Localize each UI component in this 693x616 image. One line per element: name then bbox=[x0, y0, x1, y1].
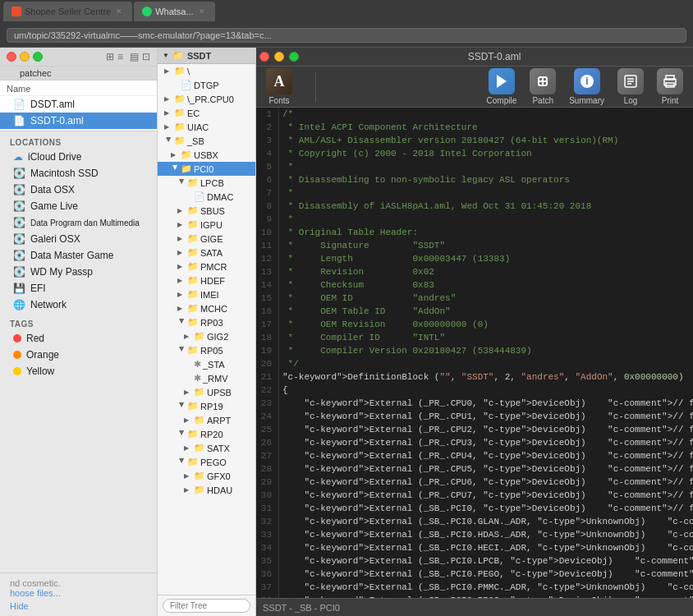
tree-item-gfx0[interactable]: ▶ 📁 GFX0 bbox=[158, 469, 255, 483]
file-dsdt-label: DSDT.aml bbox=[30, 99, 75, 110]
code-line: * Disassembly of iASLH8pA1.aml, Wed Oct … bbox=[282, 200, 690, 213]
tree-item-igpu[interactable]: ▶ 📁 IGPU bbox=[158, 218, 255, 232]
tree-item-dmac[interactable]: 📄 DMAC bbox=[158, 190, 255, 204]
editor-container: SSDT-0.aml A Fonts bbox=[256, 48, 693, 616]
tree-item-rp05[interactable]: ▶ 📁 RP05 bbox=[158, 343, 255, 357]
tree-item-backslash[interactable]: ▶ 📁 \ bbox=[158, 64, 255, 78]
patch-svg bbox=[535, 73, 551, 90]
gig2-icon: 📁 bbox=[194, 331, 205, 342]
tree-item-prcpu0[interactable]: ▶ 📁 \_PR.CPU0 bbox=[158, 92, 255, 106]
finder-close-btn[interactable] bbox=[7, 52, 16, 62]
file-dsdt[interactable]: 📄 DSDT.aml bbox=[0, 96, 157, 113]
tree-item-sbus[interactable]: ▶ 📁 SBUS bbox=[158, 204, 255, 218]
summary-label: Summary bbox=[569, 96, 604, 105]
code-line: * bbox=[282, 160, 690, 173]
tree-item-pci0[interactable]: ▶ 📁 PCI0 bbox=[158, 162, 255, 176]
tab-shopee-label: Shopee Seller Centre bbox=[25, 7, 111, 16]
tree-item-satx[interactable]: ▶ 📁 SATX bbox=[158, 441, 255, 455]
hdef-icon: 📁 bbox=[187, 275, 199, 286]
code-editor[interactable]: 1234567891011121314151617181920212223242… bbox=[256, 108, 693, 598]
view-icon-columns[interactable]: ▤ bbox=[130, 51, 139, 62]
finder-maximize-btn[interactable] bbox=[33, 52, 43, 62]
dmac-icon: 📄 bbox=[194, 191, 205, 202]
view-icon-gallery[interactable]: ⊡ bbox=[142, 51, 150, 62]
gamelive-label: Game Live bbox=[30, 200, 78, 212]
compile-label: Compile bbox=[487, 96, 517, 105]
compile-btn[interactable]: Compile bbox=[487, 68, 517, 105]
code-line: * Signature "SSDT" bbox=[282, 239, 690, 252]
tree-item-rp19[interactable]: ▶ 📁 RP19 bbox=[158, 399, 255, 413]
tree-item-dtgp[interactable]: 📄 DTGP bbox=[158, 78, 255, 92]
tree-item-imei[interactable]: ▶ 📁 IMEI bbox=[158, 287, 255, 301]
tree-item-hdef[interactable]: ▶ 📁 HDEF bbox=[158, 274, 255, 287]
efi-label: EFI bbox=[30, 283, 46, 294]
arpt-icon: 📁 bbox=[194, 415, 205, 425]
tree-item-usbx[interactable]: ▶ 📁 USBX bbox=[158, 148, 255, 162]
tree-root-arrow: ▼ bbox=[163, 52, 169, 59]
file-ssdt0[interactable]: 📄 SSDT-0.aml bbox=[0, 113, 157, 129]
tree-item-sta[interactable]: ✱ _STA bbox=[158, 357, 255, 371]
tree-item-rmv[interactable]: ✱ _RMV bbox=[158, 371, 255, 385]
tree-item-pmcr[interactable]: ▶ 📁 PMCR bbox=[158, 260, 255, 274]
icloud-icon: ☁ bbox=[13, 151, 23, 163]
sidebar-item-dataprogram[interactable]: 💽 Data Program dan Multimedia bbox=[0, 214, 157, 231]
sidebar-item-network[interactable]: 🌐 Network bbox=[0, 297, 157, 313]
acpi-title: SSDT-0.aml bbox=[299, 51, 690, 62]
sidebar-item-wd[interactable]: 💽 WD My Passp bbox=[0, 264, 157, 280]
tree-item-lpcb[interactable]: ▶ 📁 LPCB bbox=[158, 176, 255, 190]
tree-item-hdau[interactable]: ▶ 📁 HDAU bbox=[158, 483, 255, 497]
tree-item-pego[interactable]: ▶ 📁 PEGO bbox=[158, 455, 255, 469]
dataprogram-icon: 💽 bbox=[13, 217, 25, 228]
sidebar-item-icloud[interactable]: ☁ iCloud Drive bbox=[0, 149, 157, 165]
acpi-close-btn[interactable] bbox=[259, 52, 269, 62]
sidebar-item-efi[interactable]: 💾 EFI bbox=[0, 280, 157, 297]
tree-item-gige[interactable]: ▶ 📁 GIGE bbox=[158, 232, 255, 246]
log-btn[interactable]: Log bbox=[617, 68, 644, 105]
patch-btn[interactable]: Patch bbox=[530, 68, 556, 105]
acpi-minimize-btn[interactable] bbox=[274, 52, 284, 62]
sidebar-item-tag-red[interactable]: Red bbox=[0, 330, 157, 347]
view-icon-list[interactable]: ≡ bbox=[117, 51, 123, 62]
tree-item-upsb[interactable]: ▶ 📁 UPSB bbox=[158, 385, 255, 399]
tree-item-rp20[interactable]: ▶ 📁 RP20 bbox=[158, 427, 255, 441]
tree-scroll[interactable]: ▶ 📁 \ 📄 DTGP ▶ 📁 \_PR.CPU0 ▶ 📁 bbox=[158, 64, 255, 595]
hide-link[interactable]: Hide bbox=[10, 601, 147, 611]
sidebar-item-gamelive[interactable]: 💽 Game Live bbox=[0, 198, 157, 214]
finder-minimize-btn[interactable] bbox=[20, 52, 30, 62]
summary-btn[interactable]: i Summary bbox=[569, 68, 604, 105]
acpi-toolbar: A Fonts Compile bbox=[256, 67, 693, 108]
tab-whats-close[interactable]: ✕ bbox=[197, 7, 207, 16]
dmac-label: DMAC bbox=[207, 192, 233, 202]
sb-label: _SB bbox=[187, 136, 204, 146]
tree-item-uiac[interactable]: ▶ 📁 UIAC bbox=[158, 120, 255, 134]
tree-item-sata[interactable]: ▶ 📁 SATA bbox=[158, 246, 255, 260]
sidebar-item-datamaster[interactable]: 💽 Data Master Game bbox=[0, 247, 157, 264]
view-icon-grid[interactable]: ⊞ bbox=[106, 51, 114, 62]
tree-item-sb[interactable]: ▶ 📁 _SB bbox=[158, 134, 255, 148]
sidebar-item-dataosx[interactable]: 💽 Data OSX bbox=[0, 182, 157, 198]
sidebar-item-tag-orange[interactable]: Orange bbox=[0, 347, 157, 363]
code-line: * bbox=[282, 186, 690, 200]
tree-item-arpt[interactable]: ▶ 📁 ARPT bbox=[158, 413, 255, 427]
acpi-maximize-btn[interactable] bbox=[289, 52, 299, 62]
fonts-toolbar-btn[interactable]: A Fonts bbox=[266, 68, 292, 105]
tree-item-mchc[interactable]: ▶ 📁 MCHC bbox=[158, 301, 255, 315]
sidebar-item-macintosh[interactable]: 💽 Macintosh SSD bbox=[0, 165, 157, 182]
url-input[interactable] bbox=[7, 28, 686, 43]
sta-icon: ✱ bbox=[194, 359, 201, 370]
choose-files-link[interactable]: hoose files... bbox=[10, 588, 147, 598]
rp03-icon: 📁 bbox=[187, 317, 199, 328]
sbus-icon: 📁 bbox=[187, 205, 199, 216]
print-btn[interactable]: Print bbox=[657, 68, 683, 105]
sidebar-item-galeri[interactable]: 💽 Galeri OSX bbox=[0, 231, 157, 247]
tab-shopee-close[interactable]: ✕ bbox=[114, 7, 124, 16]
tab-shopee[interactable]: Shopee Seller Centre ✕ bbox=[3, 2, 132, 21]
tree-item-gig2[interactable]: ▶ 📁 GIG2 bbox=[158, 329, 255, 343]
sidebar-item-tag-yellow[interactable]: Yellow bbox=[0, 363, 157, 379]
summary-icon: i bbox=[574, 68, 600, 94]
tree-item-ec[interactable]: ▶ 📁 EC bbox=[158, 106, 255, 120]
tree-search-input[interactable] bbox=[163, 599, 250, 613]
dtgp-icon: 📄 bbox=[181, 80, 192, 90]
tab-whats[interactable]: Whatsa... ✕ bbox=[134, 2, 214, 21]
tree-item-rp03[interactable]: ▶ 📁 RP03 bbox=[158, 315, 255, 329]
